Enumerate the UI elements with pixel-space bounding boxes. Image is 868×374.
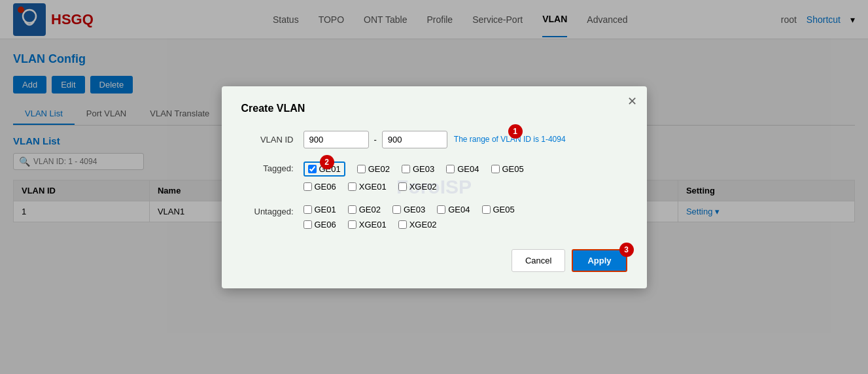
tagged-ge03-label: GE03 xyxy=(413,164,434,174)
untagged-ge03-checkbox[interactable] xyxy=(392,205,401,214)
untagged-ge04-item[interactable]: GE04 xyxy=(437,205,470,214)
untagged-ge06-checkbox[interactable] xyxy=(304,220,312,229)
untagged-ge05-label: GE05 xyxy=(493,205,515,214)
tagged-ge04-item[interactable]: GE04 xyxy=(446,162,479,177)
untagged-ge01-checkbox[interactable] xyxy=(304,205,312,214)
untagged-ge01-label: GE01 xyxy=(315,205,336,214)
tagged-xge02-checkbox[interactable] xyxy=(398,182,407,191)
untagged-xge02-label: XGE02 xyxy=(409,220,437,230)
untagged-xge01-item[interactable]: XGE01 xyxy=(348,220,387,230)
tagged-ge01-checkbox[interactable] xyxy=(308,165,317,173)
untagged-ports-grid: GE01 GE02 GE03 GE04 xyxy=(304,205,515,230)
untagged-xge01-checkbox[interactable] xyxy=(348,220,356,229)
untagged-ge05-item[interactable]: GE05 xyxy=(482,205,515,214)
dialog-title: Create VLAN xyxy=(241,103,627,114)
untagged-ge06-label: GE06 xyxy=(315,220,336,230)
untagged-ge02-checkbox[interactable] xyxy=(348,205,356,214)
tagged-xge02-item[interactable]: XGE02 xyxy=(398,182,437,192)
badge-3: 3 xyxy=(619,243,634,257)
tagged-ge03-item[interactable]: GE03 xyxy=(402,162,434,177)
untagged-xge02-item[interactable]: XGE02 xyxy=(398,220,437,230)
create-vlan-dialog: ForoISP Create VLAN ✕ VLAN ID - The rang… xyxy=(222,86,647,288)
tagged-xge01-item[interactable]: XGE01 xyxy=(348,182,387,192)
untagged-ge03-item[interactable]: GE03 xyxy=(392,205,425,214)
tagged-row: Tagged: GE01 GE02 GE03 xyxy=(241,162,627,192)
untagged-ge04-checkbox[interactable] xyxy=(437,205,445,214)
tagged-ge05-label: GE05 xyxy=(502,164,524,174)
untagged-row: Untagged: GE01 GE02 GE03 xyxy=(241,205,627,230)
vlan-id-row: VLAN ID - The range of VLAN ID is 1-4094… xyxy=(241,131,627,148)
tagged-ge04-label: GE04 xyxy=(457,164,479,174)
dialog-footer: Cancel Apply 3 xyxy=(241,249,627,272)
untagged-ge04-label: GE04 xyxy=(448,205,470,214)
untagged-ge02-label: GE02 xyxy=(359,205,381,214)
untagged-xge01-label: XGE01 xyxy=(359,220,387,230)
untagged-ge05-checkbox[interactable] xyxy=(482,205,491,214)
vlan-id-to-input[interactable] xyxy=(382,131,447,148)
tagged-ge03-checkbox[interactable] xyxy=(402,165,410,173)
tagged-ge06-label: GE06 xyxy=(315,182,336,192)
untagged-ports-row-1: GE01 GE02 GE03 GE04 xyxy=(304,205,515,214)
untagged-ge06-item[interactable]: GE06 xyxy=(304,220,336,230)
untagged-label: Untagged: xyxy=(241,205,294,216)
dash-separator: - xyxy=(374,135,377,144)
apply-button[interactable]: Apply xyxy=(572,249,627,272)
tagged-xge01-label: XGE01 xyxy=(359,182,387,192)
tagged-ge05-checkbox[interactable] xyxy=(491,165,500,173)
tagged-ports-row-1: GE01 GE02 GE03 GE04 xyxy=(304,162,524,177)
tagged-ge05-item[interactable]: GE05 xyxy=(491,162,524,177)
untagged-ge01-item[interactable]: GE01 xyxy=(304,205,336,214)
tagged-ge06-item[interactable]: GE06 xyxy=(304,182,336,192)
tagged-ge04-checkbox[interactable] xyxy=(446,165,455,173)
vlan-id-label: VLAN ID xyxy=(241,135,294,144)
vlan-id-inputs: - xyxy=(304,131,447,148)
untagged-ports-row-2: GE06 XGE01 XGE02 xyxy=(304,220,515,230)
badge-1: 1 xyxy=(508,124,523,139)
tagged-ge02-label: GE02 xyxy=(368,164,390,174)
vlan-id-from-input[interactable] xyxy=(304,131,369,148)
untagged-xge02-checkbox[interactable] xyxy=(398,220,407,229)
cancel-button[interactable]: Cancel xyxy=(512,249,565,272)
tagged-ge02-checkbox[interactable] xyxy=(357,165,366,173)
close-button[interactable]: ✕ xyxy=(627,94,637,109)
tagged-ge06-checkbox[interactable] xyxy=(304,182,312,191)
tagged-ge02-item[interactable]: GE02 xyxy=(357,162,390,177)
tagged-ports-grid: GE01 GE02 GE03 GE04 xyxy=(304,162,524,192)
tagged-xge02-label: XGE02 xyxy=(409,182,437,192)
untagged-ge02-item[interactable]: GE02 xyxy=(348,205,381,214)
tagged-ports-row-2: GE06 XGE01 XGE02 xyxy=(304,182,524,192)
tagged-label: Tagged: xyxy=(241,162,294,173)
tagged-xge01-checkbox[interactable] xyxy=(348,182,356,191)
untagged-ge03-label: GE03 xyxy=(404,205,425,214)
dialog-overlay: ForoISP Create VLAN ✕ VLAN ID - The rang… xyxy=(0,0,868,374)
badge-2: 2 xyxy=(320,155,334,169)
